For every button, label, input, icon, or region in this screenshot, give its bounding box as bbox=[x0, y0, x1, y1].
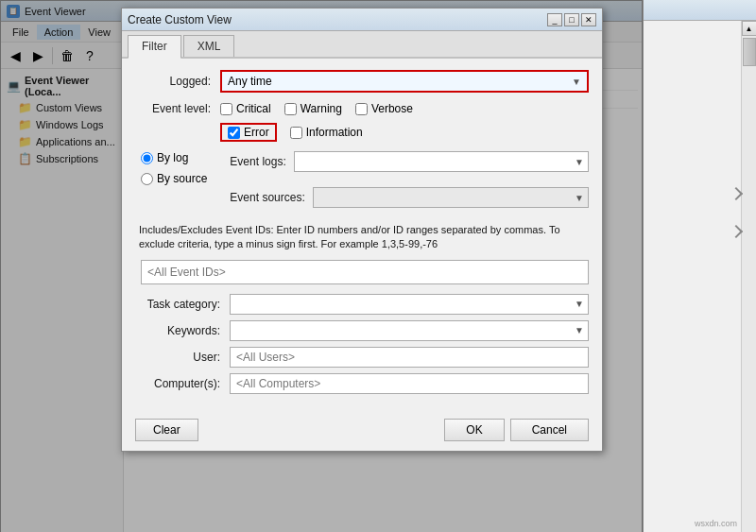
radio-by-log-label: By log bbox=[157, 151, 188, 164]
radio-by-source[interactable]: By source bbox=[141, 172, 207, 185]
checkbox-verbose-label: Verbose bbox=[371, 102, 413, 115]
checkbox-warning[interactable]: Warning bbox=[284, 102, 342, 115]
logged-dropdown[interactable]: Any time ▼ bbox=[220, 70, 589, 93]
scroll-thumb[interactable] bbox=[743, 38, 756, 66]
task-category-dropdown[interactable]: ▼ bbox=[230, 294, 589, 315]
right-partial-window: ▲ ▼ wsxdn.com bbox=[643, 0, 756, 532]
checkbox-information-input[interactable] bbox=[290, 127, 302, 139]
keywords-arrow-icon: ▼ bbox=[575, 325, 584, 335]
logged-dropdown-arrow-icon: ▼ bbox=[572, 77, 581, 87]
checkbox-warning-label: Warning bbox=[301, 102, 342, 115]
checkbox-error-label: Error bbox=[244, 126, 269, 139]
event-sources-label: Event sources: bbox=[230, 191, 304, 204]
right-expand-arrows bbox=[731, 189, 741, 236]
keywords-dropdown[interactable]: ▼ bbox=[230, 320, 589, 341]
keywords-row: Keywords: ▼ bbox=[135, 320, 589, 341]
dialog-footer: Clear OK Cancel bbox=[122, 411, 602, 451]
event-ids-input[interactable] bbox=[141, 260, 589, 284]
radio-by-log[interactable]: By log bbox=[141, 151, 207, 164]
description-text: Includes/Excludes Event IDs: Enter ID nu… bbox=[135, 223, 589, 252]
error-checkbox-highlighted-box: Error bbox=[220, 123, 277, 142]
dialog-tabs: Filter XML bbox=[122, 31, 602, 59]
checkbox-verbose-input[interactable] bbox=[355, 103, 368, 115]
watermark: wsxdn.com bbox=[695, 519, 737, 528]
ok-button[interactable]: OK bbox=[444, 419, 504, 441]
tab-filter[interactable]: Filter bbox=[128, 35, 181, 59]
user-input[interactable] bbox=[230, 347, 589, 368]
checkbox-information-label: Information bbox=[306, 126, 363, 139]
event-sources-row: Event sources: ▼ bbox=[230, 187, 589, 208]
dialog-minimize-button[interactable]: _ bbox=[547, 13, 562, 26]
logged-field-row: Logged: Any time ▼ bbox=[135, 70, 589, 93]
checkbox-warning-input[interactable] bbox=[284, 103, 297, 115]
scroll-up-button[interactable]: ▲ bbox=[742, 21, 757, 36]
create-custom-view-dialog: Create Custom View _ □ ✕ Filter XML Logg… bbox=[121, 8, 603, 452]
computer-label: Computer(s): bbox=[135, 377, 230, 390]
dialog-titlebar: Create Custom View _ □ ✕ bbox=[122, 9, 602, 31]
dialog-body: Logged: Any time ▼ Event level: Critical… bbox=[122, 59, 602, 411]
expand-arrow-2 bbox=[730, 225, 743, 238]
event-level-label: Event level: bbox=[135, 102, 220, 115]
event-sources-dropdown[interactable]: ▼ bbox=[313, 187, 589, 208]
logged-label: Logged: bbox=[135, 75, 220, 88]
radio-by-source-label: By source bbox=[157, 172, 207, 185]
dialog-close-button[interactable]: ✕ bbox=[581, 13, 596, 26]
dialog-window-controls: _ □ ✕ bbox=[547, 13, 596, 26]
event-level-checkboxes-top: Critical Warning Verbose bbox=[220, 102, 413, 115]
event-ids-container bbox=[135, 260, 589, 284]
expand-arrow-1 bbox=[730, 187, 743, 200]
radio-by-source-input[interactable] bbox=[141, 173, 153, 185]
checkbox-critical-input[interactable] bbox=[220, 103, 232, 115]
event-logs-row: Event logs: ▼ bbox=[230, 151, 589, 172]
user-label: User: bbox=[135, 351, 230, 364]
logs-sources-dropdowns: Event logs: ▼ Event sources: ▼ bbox=[230, 151, 589, 215]
ok-cancel-buttons: OK Cancel bbox=[444, 419, 589, 441]
checkbox-critical[interactable]: Critical bbox=[220, 102, 271, 115]
event-logs-dropdown[interactable]: ▼ bbox=[294, 151, 589, 172]
dialog-title: Create Custom View bbox=[128, 13, 232, 26]
event-level-checkboxes-bottom: Error Information bbox=[220, 123, 363, 142]
cancel-button[interactable]: Cancel bbox=[510, 419, 589, 441]
task-category-arrow-icon: ▼ bbox=[575, 299, 584, 309]
computer-input[interactable] bbox=[230, 373, 589, 394]
checkbox-verbose[interactable]: Verbose bbox=[355, 102, 413, 115]
keywords-label: Keywords: bbox=[135, 324, 230, 337]
checkbox-error-input[interactable] bbox=[228, 127, 240, 139]
checkbox-information[interactable]: Information bbox=[290, 126, 363, 139]
task-category-label: Task category: bbox=[135, 298, 230, 311]
event-logs-arrow-icon: ▼ bbox=[575, 157, 584, 167]
right-partial-titlebar bbox=[644, 0, 756, 21]
tab-xml[interactable]: XML bbox=[183, 35, 235, 57]
task-category-row: Task category: ▼ bbox=[135, 294, 589, 315]
logged-dropdown-value: Any time bbox=[228, 75, 272, 88]
event-sources-arrow-icon: ▼ bbox=[575, 193, 584, 203]
checkbox-critical-label: Critical bbox=[236, 102, 271, 115]
event-logs-label: Event logs: bbox=[230, 155, 285, 168]
checkbox-error[interactable]: Error bbox=[228, 126, 269, 139]
radio-by-log-input[interactable] bbox=[141, 152, 153, 164]
clear-button[interactable]: Clear bbox=[135, 419, 198, 441]
dialog-maximize-button[interactable]: □ bbox=[564, 13, 579, 26]
event-level-row-1: Event level: Critical Warning Verbose bbox=[135, 102, 589, 115]
event-level-row-2: Error Information bbox=[135, 123, 589, 142]
log-source-row: By log By source Event logs: ▼ Event sou… bbox=[135, 151, 589, 215]
radio-group: By log By source bbox=[135, 151, 230, 215]
logged-dropdown-control: Any time ▼ bbox=[220, 70, 589, 93]
right-scrollbar: ▲ ▼ bbox=[741, 21, 756, 532]
user-row: User: bbox=[135, 347, 589, 368]
computers-row: Computer(s): bbox=[135, 373, 589, 394]
